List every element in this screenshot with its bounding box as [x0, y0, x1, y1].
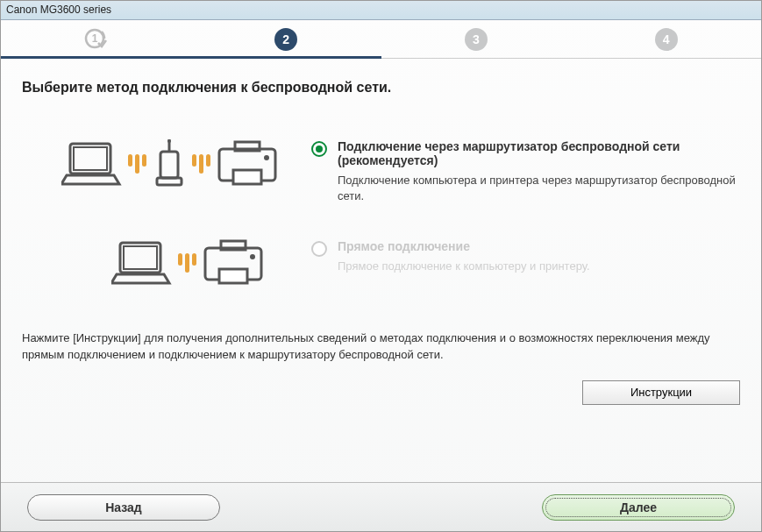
step-4: 4: [571, 28, 761, 51]
wifi-waves-icon: [178, 253, 196, 273]
step-2-badge: 2: [274, 28, 297, 51]
instructions-hint: Нажмите [Инструкции] для получения допол…: [22, 330, 740, 362]
svg-rect-10: [233, 170, 261, 184]
step-3: 3: [381, 28, 572, 51]
option-via-router-desc: Подключение компьютера и принтера через …: [338, 173, 740, 204]
wifi-waves-icon: [128, 154, 146, 174]
svg-rect-6: [160, 152, 178, 178]
radio-direct: [311, 241, 327, 257]
installer-window: Canon MG3600 series 1 2 3 4 Выберите мет…: [0, 0, 762, 532]
step-2: 2: [191, 28, 381, 51]
svg-point-17: [250, 254, 255, 259]
svg-point-5: [167, 139, 171, 143]
instructions-button[interactable]: Инструкции: [582, 380, 740, 405]
radio-via-router[interactable]: [311, 141, 327, 157]
footer-bar: Назад Далее: [1, 482, 761, 531]
step-done-icon: 1: [84, 28, 107, 51]
svg-rect-3: [74, 147, 107, 170]
option-via-router[interactable]: Подключение через маршрутизатор беспрово…: [48, 139, 740, 204]
svg-rect-12: [120, 243, 160, 273]
titlebar: Canon MG3600 series: [1, 1, 761, 20]
svg-rect-2: [70, 144, 110, 174]
router-icon: [152, 139, 187, 188]
step-progress-bar: [1, 56, 381, 59]
step-4-badge: 4: [655, 28, 678, 51]
illustration-direct: [48, 239, 294, 287]
svg-rect-13: [124, 246, 157, 269]
option-direct-title: Прямое подключение: [338, 239, 590, 253]
next-button[interactable]: Далее: [542, 494, 735, 521]
connection-options: Подключение через маршрутизатор беспрово…: [22, 139, 740, 287]
instructions-row: Инструкции: [22, 380, 740, 405]
step-1: 1: [1, 28, 191, 51]
main-content: Выберите метод подключения к беспроводно…: [1, 59, 761, 482]
svg-rect-16: [219, 269, 247, 283]
window-title: Canon MG3600 series: [6, 4, 111, 16]
option-direct-desc: Прямое подключение к компьютеру и принте…: [338, 259, 590, 274]
page-heading: Выберите метод подключения к беспроводно…: [22, 80, 740, 96]
option-direct-text: Прямое подключение Прямое подключение к …: [311, 239, 740, 274]
printer-icon: [202, 239, 267, 287]
svg-rect-7: [157, 178, 182, 185]
step-indicator: 1 2 3 4: [1, 20, 761, 59]
printer-icon: [216, 140, 281, 188]
svg-rect-15: [221, 241, 246, 250]
illustration-router: [48, 139, 294, 188]
svg-point-11: [264, 155, 269, 160]
svg-rect-9: [235, 142, 260, 151]
wifi-waves-icon: [192, 154, 210, 174]
laptop-icon: [61, 140, 123, 188]
laptop-icon: [111, 239, 173, 287]
option-direct: Прямое подключение Прямое подключение к …: [48, 239, 740, 287]
step-3-badge: 3: [465, 28, 488, 51]
back-button[interactable]: Назад: [27, 494, 220, 521]
option-via-router-text: Подключение через маршрутизатор беспрово…: [311, 139, 740, 204]
svg-text:1: 1: [92, 32, 98, 45]
option-via-router-title: Подключение через маршрутизатор беспрово…: [338, 139, 740, 167]
